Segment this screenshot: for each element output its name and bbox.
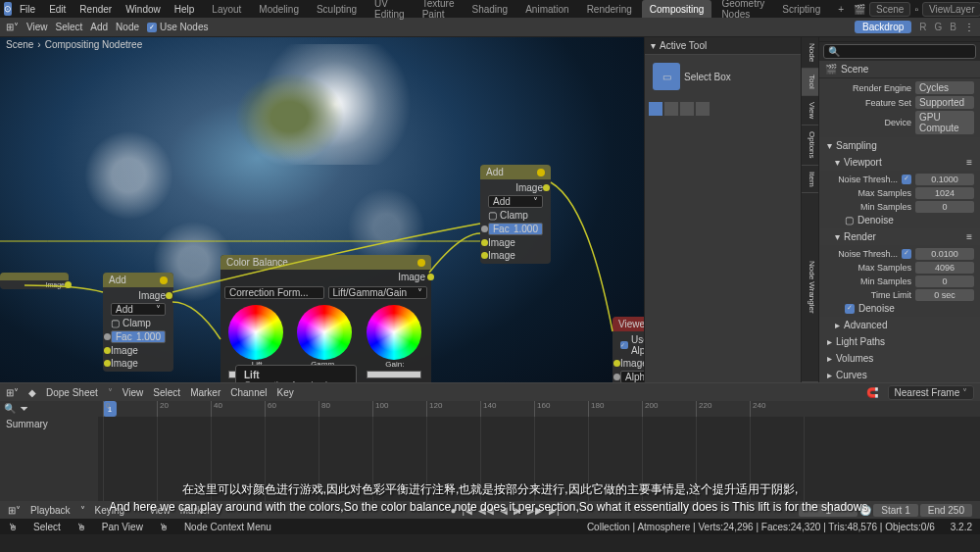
node-add-2[interactable]: Add Image Add˅ ▢Clamp Fac1.000 Image Ima… <box>480 165 551 264</box>
time-limit-input[interactable]: 0 sec <box>915 289 974 301</box>
max-samples-render-input[interactable]: 4096 <box>915 262 974 274</box>
active-tool-header[interactable]: ▾Active Tool <box>645 37 801 55</box>
scene-name-field[interactable]: Scene <box>841 64 868 75</box>
sampling-panel[interactable]: ▾Sampling <box>819 137 980 154</box>
workspace-animation[interactable]: Animation <box>517 0 576 18</box>
dope-menu-key[interactable]: Key <box>277 387 294 398</box>
play-reverse-button[interactable]: ◀ <box>498 505 510 516</box>
min-samples-render-input[interactable]: 0 <box>915 276 974 287</box>
timeline-ruler[interactable]: 1 020406080100120140160180200220240 <box>98 401 980 417</box>
workspace-shading[interactable]: Shading <box>464 0 515 18</box>
curves-panel[interactable]: ▸Curves <box>819 367 980 382</box>
header-add[interactable]: Add <box>90 22 108 32</box>
use-nodes-checkbox[interactable]: ✓Use Nodes <box>147 22 208 32</box>
menu-render[interactable]: Render <box>74 4 118 15</box>
blender-logo[interactable]: ⊙ <box>4 2 12 16</box>
workspace-geonodes[interactable]: Geometry Nodes <box>713 0 772 18</box>
header-select[interactable]: Select <box>56 22 83 32</box>
max-samples-input[interactable]: 1024 <box>915 187 974 199</box>
blend-dropdown[interactable]: Add˅ <box>111 303 166 316</box>
device-dropdown[interactable]: GPU Compute <box>915 111 974 134</box>
workspace-rendering[interactable]: Rendering <box>579 0 640 18</box>
channel-b[interactable]: B <box>950 22 956 32</box>
marker-menu[interactable]: Marker <box>180 505 211 516</box>
noise-thresh-checkbox[interactable]: ✓ <box>902 249 911 259</box>
dope-menu-channel[interactable]: Channel <box>230 387 267 398</box>
current-frame-input[interactable]: 1 <box>799 504 858 517</box>
noise-thresh-checkbox[interactable]: ✓ <box>902 175 911 184</box>
pin-icon[interactable] <box>537 169 545 176</box>
tab-tool[interactable]: Tool <box>802 69 818 96</box>
node-viewer[interactable]: Viewer ✓Use Alpha Image Alpha1.000 Z1.00… <box>612 317 644 382</box>
snap-mode-dropdown[interactable]: Nearest Frame ˅ <box>888 385 974 400</box>
render-engine-dropdown[interactable]: Cycles <box>915 81 974 94</box>
playback-menu[interactable]: Playback <box>30 505 71 516</box>
gain-wheel[interactable]: Gain: <box>367 305 423 378</box>
viewport-subpanel[interactable]: ▾Viewport≡ <box>819 154 980 171</box>
menu-file[interactable]: File <box>14 4 41 15</box>
workspace-sculpting[interactable]: Sculpting <box>309 0 365 18</box>
workspace-scripting[interactable]: Scripting <box>774 0 828 18</box>
channel-g[interactable]: G <box>935 22 943 32</box>
tool-option-icon[interactable] <box>664 102 678 116</box>
editor-type-icon[interactable]: ⊞˅ <box>6 387 19 398</box>
node-input-left[interactable]: Image <box>0 273 69 289</box>
backdrop-toggle[interactable]: Backdrop <box>855 21 911 33</box>
menu-window[interactable]: Window <box>120 4 167 15</box>
pin-icon[interactable] <box>160 276 168 284</box>
menu-edit[interactable]: Edit <box>43 4 72 15</box>
header-node[interactable]: Node <box>116 22 139 32</box>
render-subpanel[interactable]: ▾Render≡ <box>819 228 980 245</box>
workspace-modeling[interactable]: Modeling <box>251 0 307 18</box>
node-color-balance[interactable]: Color Balance Image Correction Form... L… <box>220 255 431 382</box>
tab-node[interactable]: Node <box>802 37 818 69</box>
volumes-panel[interactable]: ▸Volumes <box>819 350 980 367</box>
clamp-checkbox[interactable]: ▢ <box>111 318 120 328</box>
pin-icon[interactable] <box>417 259 425 267</box>
node-add-1[interactable]: Add Image Add˅ ▢Clamp Fac1.000 Image Ima… <box>103 273 173 372</box>
breadcrumb-nodetree[interactable]: Compositing Nodetree <box>45 39 143 50</box>
min-samples-input[interactable]: 0 <box>915 201 974 213</box>
workspace-compositing[interactable]: Compositing <box>642 0 712 18</box>
snap-icon[interactable]: 🧲 <box>866 387 878 398</box>
tab-nodewrangler[interactable]: Node Wrangler <box>802 193 818 382</box>
jump-prev-button[interactable]: ◀◀ <box>476 505 496 516</box>
advanced-subpanel[interactable]: ▸Advanced <box>819 317 980 333</box>
dope-menu-view[interactable]: View <box>122 387 144 398</box>
more-icon[interactable]: ⋮ <box>964 22 974 32</box>
list-icon[interactable]: ≡ <box>966 231 972 242</box>
feature-set-dropdown[interactable]: Supported <box>915 96 974 109</box>
use-alpha-checkbox[interactable]: Use Alpha <box>631 334 644 356</box>
end-frame-input[interactable]: End 250 <box>920 504 972 517</box>
denoise-render-checkbox[interactable]: ✓ <box>845 304 855 314</box>
editor-type-icon[interactable]: ⊞˅ <box>8 505 21 516</box>
light-paths-panel[interactable]: ▸Light Paths <box>819 333 980 350</box>
outliner-search[interactable] <box>823 44 976 59</box>
viewlayer-selector[interactable]: ViewLayer <box>922 2 980 17</box>
preview-icon[interactable]: 🕐 <box>859 505 871 516</box>
blend-dropdown[interactable]: Add˅ <box>488 195 543 208</box>
fac-input[interactable]: Fac1.000 <box>488 223 543 235</box>
dope-menu-select[interactable]: Select <box>153 387 180 398</box>
fac-input[interactable]: Fac1.000 <box>111 330 166 343</box>
header-view[interactable]: View <box>26 22 48 32</box>
list-icon[interactable]: ≡ <box>966 157 972 168</box>
menu-help[interactable]: Help <box>169 4 201 15</box>
clamp-checkbox[interactable]: ▢ <box>488 210 497 221</box>
workspace-uv[interactable]: UV Editing <box>367 0 413 18</box>
tool-option-icon[interactable] <box>649 102 662 116</box>
denoise-checkbox[interactable]: ▢ <box>845 215 854 226</box>
filter-icon[interactable]: ⏷ <box>20 403 29 415</box>
mode-dropdown[interactable]: Lift/Gamma/Gain˅ <box>328 286 428 299</box>
workspace-layout[interactable]: Layout <box>204 0 249 18</box>
correction-dropdown[interactable]: Correction Form... <box>224 286 324 299</box>
keying-menu[interactable]: Keying <box>95 505 125 516</box>
workspace-add[interactable]: + <box>830 0 852 18</box>
dope-mode[interactable]: ◆ <box>28 387 36 398</box>
tab-item[interactable]: Item <box>802 166 818 194</box>
node-editor-viewport[interactable]: Scene› Compositing Nodetree Image Add Im… <box>0 37 644 382</box>
breadcrumb-scene[interactable]: Scene <box>6 39 33 50</box>
noise-thresh-render-input[interactable]: 0.0100 <box>915 248 974 260</box>
timeline-tracks[interactable] <box>98 417 980 501</box>
tab-view[interactable]: View <box>802 96 818 125</box>
